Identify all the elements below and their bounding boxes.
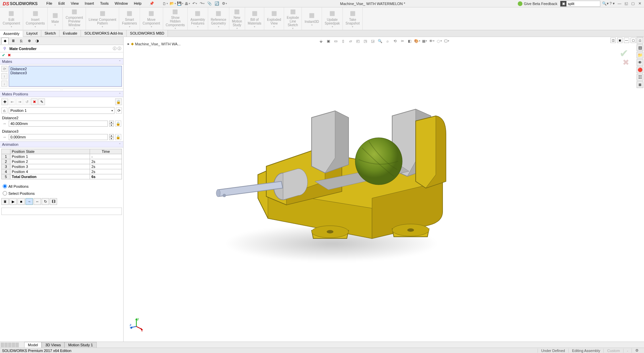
view-orientation-icon[interactable]: ⬙ [318, 38, 324, 44]
help-dropdown-icon[interactable]: ? ▾ [609, 1, 615, 6]
new-icon[interactable]: 🗋 [162, 1, 168, 7]
apply-scene-icon[interactable]: 🖵 [443, 38, 450, 44]
gfx-dock-icon[interactable]: ◫ [610, 38, 616, 43]
distance3-lock-icon[interactable]: 🔒 [115, 134, 121, 140]
savevideo-icon[interactable]: 🎞 [50, 198, 57, 205]
menu-file[interactable]: File [44, 0, 55, 7]
view-sect-icon[interactable]: ◳ [362, 38, 369, 44]
radio-select-input[interactable] [3, 191, 7, 195]
save-icon[interactable]: 💾 [177, 1, 183, 7]
print-icon[interactable]: 🖶 [184, 1, 190, 7]
distance3-spinner[interactable]: ▴▾ [109, 134, 114, 140]
view-prev-icon[interactable]: ⟲ [392, 38, 398, 44]
edit-position-icon[interactable]: ✎ [38, 98, 45, 105]
display-style-icon[interactable]: 🎨 [414, 38, 420, 44]
radio-all-input[interactable] [3, 184, 7, 188]
status-gear-icon[interactable]: ⚙ [632, 348, 642, 353]
orientation-triad[interactable]: y x z [130, 318, 143, 332]
tab-3dviews[interactable]: 3D Views [42, 342, 64, 348]
movedown-icon[interactable]: ↓ [1, 81, 7, 87]
moveup-icon[interactable]: ↑ [1, 73, 7, 79]
radio-all-positions[interactable]: All Positions [0, 183, 123, 190]
view-disp-icon[interactable]: ◧ [406, 38, 413, 44]
pm-help-icon[interactable]: ⓘ ⓘ [113, 46, 121, 51]
section-mates-header[interactable]: Mates ⌃ [0, 58, 123, 64]
lockall-icon[interactable]: 🔒 [115, 98, 122, 105]
stop-icon[interactable]: ■ [17, 198, 25, 205]
prev-position-icon[interactable]: ⇤ [9, 98, 15, 105]
ribbon-move-component[interactable]: ▦MoveComponent▾ [140, 7, 163, 30]
ribbon-smart-fasteners[interactable]: ▦SmartFasteners▾ [119, 7, 140, 30]
view-cube-icon[interactable]: ▣ [325, 38, 332, 44]
flyout-breadcrumb[interactable]: ▸ ◆ Machine_Vise_ WITH WA... [128, 42, 181, 46]
open-icon[interactable]: 📂 [170, 1, 176, 7]
ribbon-update-speedpak[interactable]: ▦UpdateSpeedpak▾ [322, 7, 343, 30]
view-sectionv-icon[interactable]: ✂ [399, 38, 406, 44]
section-positions-header[interactable]: Mates Positions ⌃ [0, 91, 123, 97]
view-ww-icon[interactable]: ◲ [369, 38, 376, 44]
cmtab-layout[interactable]: Layout [23, 30, 41, 37]
distance2-spinner[interactable]: ▴▾ [109, 121, 114, 127]
view-settings-icon[interactable]: 👁 [428, 38, 435, 44]
reciprocate-icon[interactable]: ↔ [34, 198, 41, 205]
resize-grip-icon[interactable]: ⋯ [0, 88, 123, 91]
ribbon-show-hidden-components[interactable]: ▦ShowHiddenComponents▾ [163, 7, 188, 30]
ribbon-exploded-view[interactable]: ▦ExplodedView▾ [264, 7, 284, 30]
cmtab-evaluate[interactable]: Evaluate [59, 30, 81, 37]
mates-listbox[interactable]: Distance2 Distance3 [9, 66, 122, 87]
hide-show-icon[interactable]: ◌ [436, 38, 443, 44]
ribbon-linear-component-pattern[interactable]: ▦Linear ComponentPattern▾ [86, 7, 119, 30]
menu-window[interactable]: Window [112, 0, 131, 7]
feedback-button[interactable]: Give Beta Feedback [518, 1, 557, 6]
tab-configmanager-icon[interactable]: ⎘ [17, 38, 25, 44]
playnormal-icon[interactable]: → [26, 198, 33, 205]
distance3-input[interactable] [9, 134, 108, 140]
search-scope-icon[interactable]: ▣ [560, 1, 566, 6]
taskpane-forum-icon[interactable]: ≣ [637, 81, 643, 88]
menu-edit[interactable]: Edit [56, 0, 67, 7]
menu-view[interactable]: View [68, 0, 82, 7]
restore-icon[interactable]: ◱ [623, 1, 629, 6]
add-position-icon[interactable]: ✚ [1, 98, 8, 105]
view-top-icon[interactable]: ▱ [347, 38, 354, 44]
cmtab-solidworks-add-ins[interactable]: SOLIDWORKS Add-Ins [81, 30, 127, 37]
position-dropdown[interactable]: Position 1 ▾ [9, 107, 114, 114]
view-side-icon[interactable]: ▯ [340, 38, 347, 44]
undo-icon[interactable]: ↶ [192, 1, 198, 7]
reset-position-icon[interactable]: ↺ [24, 98, 30, 105]
taskpane-custom-icon[interactable]: ☷ [637, 74, 643, 81]
ribbon-take-snapshot[interactable]: ▦TakeSnapshot▾ [343, 7, 363, 30]
timeline-slider[interactable] [1, 208, 122, 215]
cmtab-sketch[interactable]: Sketch [41, 30, 60, 37]
options-icon[interactable]: ⚙ [221, 1, 227, 7]
expand-icon[interactable]: ▸ [128, 42, 130, 46]
close-icon[interactable]: ✕ [637, 1, 643, 6]
cmtab-assembly[interactable]: Assembly [0, 31, 23, 37]
radio-select-positions[interactable]: Select Positions [0, 190, 123, 197]
ribbon-insert-components[interactable]: ▦InsertComponents▾ [23, 7, 48, 30]
ribbon-explode-line-sketch[interactable]: ▦ExplodeLineSketch▾ [284, 7, 302, 30]
taskpane-appearance-icon[interactable]: 🔴 [637, 67, 643, 73]
ribbon-assembly-features[interactable]: ▦AssemblyFeatures▾ [188, 7, 208, 30]
cancel-icon[interactable]: ✖ [8, 53, 11, 57]
ribbon-bill-of-materials[interactable]: ▦Bill ofMaterials▾ [245, 7, 265, 30]
distance2-lock-icon[interactable]: 🔒 [115, 121, 121, 127]
rebuild-icon[interactable]: 🔄 [214, 1, 220, 7]
refresh-position-icon[interactable]: ⟳ [116, 107, 122, 114]
loop-icon[interactable]: ↻ [42, 198, 49, 205]
tab-dimxpert-icon[interactable]: ⊕ [26, 38, 33, 44]
ribbon-instant-d[interactable]: ▦Instant3D▾ [302, 7, 322, 30]
collect-mates-icon[interactable]: ⟳ [1, 66, 7, 72]
maximize-icon[interactable]: ▢ [630, 1, 636, 6]
anim-row[interactable]: 4Position 42s [2, 169, 122, 174]
minimize-icon[interactable]: — [616, 1, 623, 6]
tab-model[interactable]: Model [24, 342, 42, 348]
menu-tools[interactable]: Tools [97, 0, 111, 7]
mate-item[interactable]: Distance2 [10, 67, 120, 71]
view-zarea-icon[interactable]: ⌕ [384, 38, 391, 44]
tab-motionstudy[interactable]: Motion Study 1 [64, 342, 96, 348]
anim-row[interactable]: 1Position 1- [2, 154, 122, 159]
play-icon[interactable]: ▶ [9, 198, 17, 205]
search-input[interactable] [566, 2, 590, 6]
animation-table[interactable]: Position State Time 1Position 1-2Positio… [1, 149, 122, 179]
